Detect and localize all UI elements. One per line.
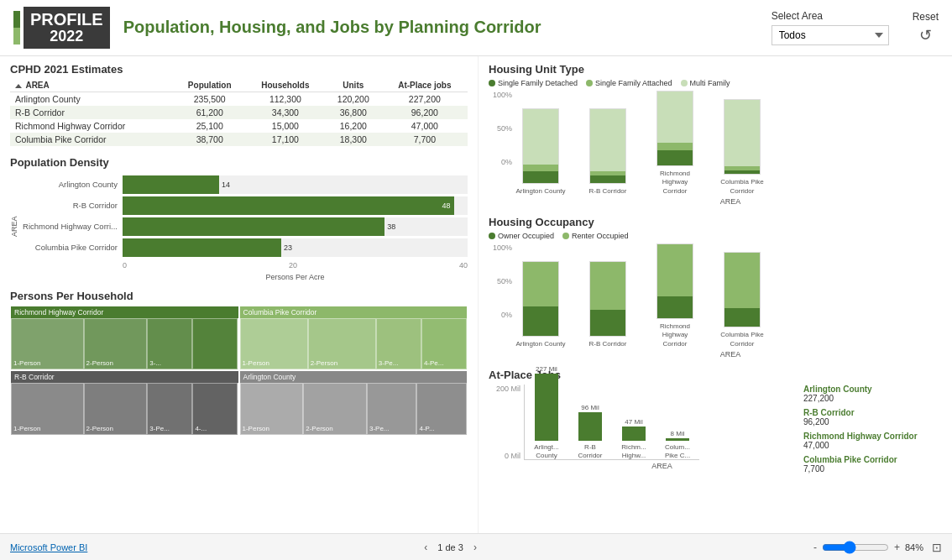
treemap-cell: 1-Person bbox=[11, 383, 84, 435]
hut-mf-segment bbox=[590, 109, 625, 172]
treemap-cell: 3-Pe... bbox=[147, 383, 192, 435]
cell-jobs: 7,700 bbox=[382, 133, 468, 146]
density-bar-fill bbox=[123, 175, 219, 194]
treemap-cell: 2-Person bbox=[308, 318, 376, 370]
hut-legend-dot bbox=[586, 80, 593, 86]
cell-units: 36,800 bbox=[325, 106, 382, 119]
apj-x-label: AREA bbox=[489, 462, 797, 470]
select-area-label: Select Area bbox=[772, 10, 823, 22]
apj-bar-label: Arlingt... County bbox=[528, 443, 565, 459]
logo-year-text: 2022 bbox=[50, 29, 83, 45]
apj-bar-value: 47 Mil bbox=[625, 418, 642, 426]
apj-legend-item: Columbia Pike Corridor 7,700 bbox=[803, 455, 942, 474]
hut-bar-label: Arlington County bbox=[515, 187, 565, 196]
apj-bar-group: 47 MilRichm... Highw... bbox=[615, 418, 652, 459]
density-bar-value: 48 bbox=[442, 201, 454, 210]
hut-stacked-bar bbox=[589, 108, 626, 184]
hut-bars-container: Arlington County R-B Corridor Richmond H… bbox=[515, 91, 767, 196]
reset-button[interactable]: ↺ bbox=[919, 26, 932, 44]
treemap-quadrant-label: Arlington County bbox=[240, 371, 468, 383]
ho-legend-item: Owner Occupied bbox=[489, 232, 554, 240]
hut-legend-item: Single Family Detached bbox=[489, 79, 578, 87]
cell-units: 18,300 bbox=[325, 133, 382, 146]
treemap-cell-row: 1-Person2-Person3-Pe...4-... bbox=[11, 383, 238, 435]
hut-sfa-segment bbox=[523, 165, 558, 172]
density-chart-area: AREA Arlington County 14 R-B Corridor 48… bbox=[10, 172, 468, 281]
apj-legend-value: 47,000 bbox=[803, 441, 942, 450]
estimates-table: AREA Population Households Units At-Plac… bbox=[10, 79, 468, 146]
zoom-in-button[interactable]: + bbox=[894, 542, 900, 553]
left-panel: CPHD 2021 Estimates AREA Population Hous… bbox=[0, 56, 479, 533]
ho-bar-label: Columbia Pike Corridor bbox=[720, 331, 764, 348]
area-select[interactable]: Todos bbox=[772, 25, 889, 45]
hut-mf-segment bbox=[523, 109, 558, 165]
col-jobs: At-Place jobs bbox=[382, 79, 468, 92]
ho-owner-segment bbox=[523, 306, 558, 336]
treemap-quadrant-label: Columbia Pike Corridor bbox=[240, 306, 468, 318]
density-bar-label: R-B Corridor bbox=[22, 201, 123, 210]
cell-population: 25,100 bbox=[173, 119, 245, 133]
apj-content: 200 Mil 0 Mil 227 MilArlingt... County96… bbox=[489, 385, 942, 479]
treemap-quadrant: Arlington County1-Person2-Person3-Pe...4… bbox=[239, 370, 468, 436]
density-bar-value-outside: 14 bbox=[219, 181, 230, 189]
housing-occupancy-section: Housing Occupancy Owner OccupiedRenter O… bbox=[489, 216, 942, 359]
cell-households: 15,000 bbox=[246, 119, 325, 133]
treemap-cell: 2-Person bbox=[84, 318, 148, 370]
x-tick-0: 0 bbox=[123, 261, 127, 270]
ho-title: Housing Occupancy bbox=[489, 216, 942, 228]
cell-population: 235,500 bbox=[173, 92, 245, 106]
hut-bar-label: Richmond Highway Corridor bbox=[650, 170, 700, 196]
prev-page-button[interactable]: ‹ bbox=[421, 540, 431, 555]
hut-legend-dot bbox=[681, 80, 688, 86]
table-row: Richmond Highway Corridor 25,100 15,000 … bbox=[10, 119, 468, 133]
hut-y-50: 50% bbox=[497, 124, 512, 133]
density-bars-area: Arlington County 14 R-B Corridor 48 Rich… bbox=[22, 172, 468, 281]
apj-bar-fill bbox=[578, 412, 602, 441]
apj-bars-container: 227 MilArlingt... County96 MilR-B Corrid… bbox=[524, 385, 699, 460]
hut-y-100: 100% bbox=[493, 91, 512, 99]
ho-y-0: 0% bbox=[501, 311, 512, 319]
hut-title: Housing Unit Type bbox=[489, 63, 942, 76]
zoom-slider[interactable] bbox=[822, 541, 889, 554]
ho-legend-dot bbox=[489, 233, 495, 239]
at-place-jobs-section: At-Place Jobs 200 Mil 0 Mil 227 MilArlin… bbox=[489, 369, 942, 479]
apj-bar-fill bbox=[535, 374, 558, 441]
cell-households: 17,100 bbox=[246, 133, 325, 146]
density-bar-row: Richmond Highway Corri... 38 bbox=[22, 217, 468, 236]
ho-legend-dot bbox=[562, 233, 569, 239]
footer: Microsoft Power BI ‹ 1 de 3 › - + 84% ⊡ bbox=[0, 533, 952, 560]
apj-y-0: 0 Mil bbox=[505, 452, 520, 460]
ho-bar-group: Richmond Highway Corridor bbox=[650, 243, 700, 348]
density-bar-track: 48 bbox=[123, 196, 468, 215]
powerbi-link[interactable]: Microsoft Power BI bbox=[10, 542, 87, 552]
zoom-out-button[interactable]: - bbox=[813, 542, 817, 553]
treemap-quadrant: Richmond Highway Corridor1-Person2-Perso… bbox=[10, 306, 239, 371]
hut-legend-item: Single Family Attached bbox=[586, 79, 672, 87]
hut-sfd-segment bbox=[590, 175, 625, 183]
fit-screen-button[interactable]: ⊡ bbox=[932, 541, 942, 554]
apj-bar-group: 8 MilColum... Pike C... bbox=[659, 430, 696, 459]
treemap-cell-row: 1-Person2-Person3-Pe...4-Pe... bbox=[240, 318, 468, 370]
apj-bar-group: 227 MilArlingt... County bbox=[528, 365, 565, 459]
apj-bar-label: R-B Corridor bbox=[572, 443, 609, 459]
hut-sfd-segment bbox=[657, 150, 693, 165]
treemap-quadrant: Columbia Pike Corridor1-Person2-Person3-… bbox=[239, 306, 468, 371]
apj-bar-label: Colum... Pike C... bbox=[659, 443, 696, 459]
cell-jobs: 47,000 bbox=[382, 119, 468, 133]
apj-chart-inner: 200 Mil 0 Mil 227 MilArlingt... County96… bbox=[489, 385, 797, 460]
density-bar-track: 38 bbox=[123, 217, 468, 236]
apj-bar-value: 227 Mil bbox=[536, 365, 557, 373]
hut-sfa-segment bbox=[657, 143, 693, 150]
ho-chart-wrapper: 100% 50% 0% Arlington County R-B Corrido… bbox=[489, 243, 942, 348]
cell-population: 61,200 bbox=[173, 106, 245, 119]
apj-legend-item: Richmond Highway Corridor 47,000 bbox=[803, 432, 942, 450]
ho-bar-group: Columbia Pike Corridor bbox=[717, 252, 767, 348]
page-indicator: 1 de 3 bbox=[437, 542, 463, 552]
main-content: CPHD 2021 Estimates AREA Population Hous… bbox=[0, 56, 952, 533]
apj-bar-fill bbox=[666, 438, 689, 441]
next-page-button[interactable]: › bbox=[470, 540, 480, 555]
ho-owner-segment bbox=[724, 308, 760, 327]
density-bar-value-outside: 38 bbox=[384, 222, 395, 231]
hut-stacked-bar bbox=[656, 91, 693, 166]
ho-y-100: 100% bbox=[493, 243, 512, 252]
